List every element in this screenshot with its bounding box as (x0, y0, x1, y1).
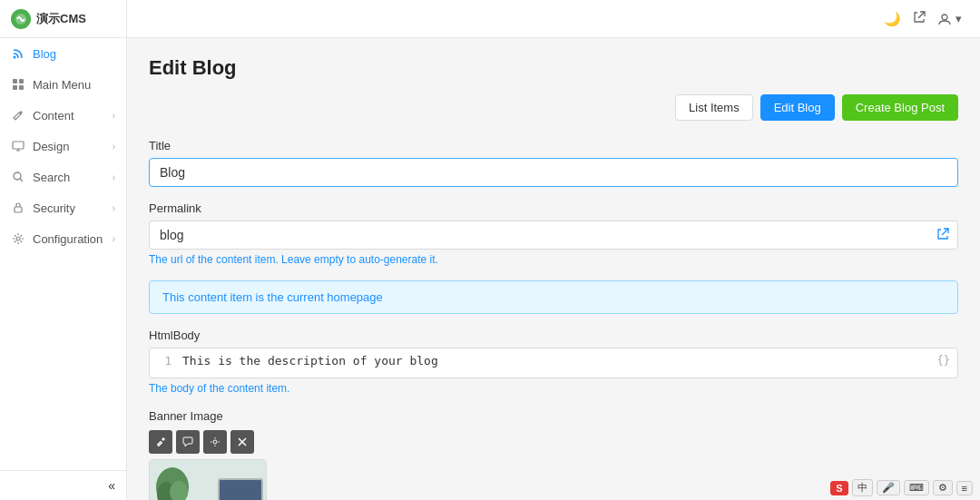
svg-rect-8 (15, 207, 22, 212)
svg-point-11 (213, 440, 217, 444)
sidebar-collapse-button[interactable]: « (0, 470, 126, 500)
banner-image-container: home-bg.jpg (149, 459, 267, 500)
image-edit-button[interactable] (149, 430, 172, 454)
sidebar-item-configuration-label: Configuration (33, 232, 103, 246)
sidebar-item-main-menu-label: Main Menu (33, 78, 91, 92)
image-comment-button[interactable] (176, 430, 200, 454)
permalink-field-group: Permalink The url of the content item. L… (149, 201, 958, 266)
grid-icon (11, 77, 25, 92)
sidebar-item-configuration[interactable]: Configuration › (0, 223, 126, 254)
line-content-1: This is the description of your blog (182, 354, 950, 368)
search-icon (11, 170, 25, 184)
ime-more-icon[interactable]: ≡ (956, 481, 973, 495)
homepage-notice: This content item is the current homepag… (149, 280, 958, 314)
banner-image-preview (150, 460, 267, 500)
sidebar-item-security[interactable]: Security › (0, 192, 126, 223)
user-chevron: ▾ (956, 12, 962, 25)
svg-rect-2 (13, 79, 17, 83)
image-settings-button[interactable] (203, 430, 227, 454)
title-input[interactable] (149, 158, 958, 187)
sidebar-item-blog-label: Blog (33, 47, 56, 61)
permalink-label: Permalink (149, 201, 958, 215)
dark-mode-icon[interactable]: 🌙 (884, 11, 901, 27)
ime-toolbar: S 中 🎤 ⌨ ⚙ ≡ (830, 479, 973, 496)
sidebar-navigation: Blog Main Menu Content (0, 38, 126, 470)
image-toolbar (149, 430, 958, 454)
content-chevron-icon: › (113, 111, 115, 121)
edit-icon (11, 108, 25, 123)
search-chevron-icon: › (113, 172, 115, 182)
code-line-1: 1 This is the description of your blog (150, 348, 957, 377)
ime-zh-label[interactable]: 中 (852, 479, 873, 496)
line-number-1: 1 (157, 354, 172, 368)
app-logo: 演示CMS (0, 0, 126, 38)
action-bar: List Items Edit Blog Create Blog Post (149, 94, 958, 121)
ime-settings-icon[interactable]: ⚙ (933, 480, 953, 495)
external-link-icon[interactable] (912, 10, 926, 27)
sidebar-item-content[interactable]: Content › (0, 100, 126, 131)
content-area: Edit Blog List Items Edit Blog Create Bl… (127, 38, 980, 500)
sidebar-item-search[interactable]: Search › (0, 162, 126, 192)
svg-rect-19 (220, 480, 261, 500)
svg-point-9 (16, 237, 20, 240)
permalink-external-icon[interactable] (936, 228, 949, 243)
monitor-icon (11, 139, 25, 153)
title-label: Title (149, 139, 958, 152)
permalink-input[interactable] (149, 221, 958, 250)
html-body-editor[interactable]: 1 This is the description of your blog {… (149, 348, 958, 378)
lock-icon (11, 201, 25, 215)
code-toggle-icon[interactable]: {} (937, 354, 950, 367)
svg-point-7 (14, 172, 21, 180)
svg-rect-6 (13, 142, 24, 149)
html-body-label: HtmlBody (149, 328, 958, 342)
sidebar-item-design-label: Design (33, 140, 69, 153)
permalink-hint: The url of the content item. Leave empty… (149, 253, 958, 266)
main-content: 🌙 ▾ Edit Blog List Items Edit (127, 0, 980, 500)
create-blog-post-button[interactable]: Create Blog Post (842, 94, 958, 121)
sidebar: 演示CMS Blog Main (0, 0, 127, 500)
topbar-icons: 🌙 ▾ (884, 10, 962, 27)
sidebar-item-search-label: Search (33, 171, 70, 184)
sidebar-item-content-label: Content (33, 109, 74, 123)
configuration-icon (11, 231, 25, 246)
svg-rect-3 (19, 79, 24, 83)
rss-icon (11, 46, 25, 61)
list-items-button[interactable]: List Items (675, 94, 753, 121)
svg-point-1 (14, 56, 16, 59)
edit-blog-button[interactable]: Edit Blog (760, 94, 835, 121)
user-menu[interactable]: ▾ (937, 12, 962, 26)
image-delete-button[interactable] (230, 430, 254, 454)
sidebar-item-security-label: Security (33, 201, 75, 215)
logo-text: 演示CMS (36, 11, 86, 27)
sidebar-item-design[interactable]: Design › (0, 131, 126, 162)
logo-icon (11, 9, 31, 29)
page-title: Edit Blog (149, 56, 958, 80)
html-body-group: HtmlBody 1 This is the description of yo… (149, 328, 958, 395)
svg-point-10 (942, 15, 947, 20)
permalink-wrapper (149, 221, 958, 250)
security-chevron-icon: › (113, 203, 115, 213)
ime-s-icon[interactable]: S (830, 481, 848, 495)
configuration-chevron-icon: › (113, 234, 115, 244)
html-body-hint: The body of the content item. (149, 382, 958, 395)
svg-rect-4 (13, 85, 17, 90)
topbar: 🌙 ▾ (127, 0, 980, 38)
svg-rect-5 (19, 85, 24, 90)
sidebar-item-blog[interactable]: Blog (0, 38, 126, 69)
design-chevron-icon: › (113, 142, 115, 152)
title-field-group: Title (149, 139, 958, 187)
banner-image-label: Banner Image (149, 409, 958, 423)
sidebar-item-main-menu[interactable]: Main Menu (0, 69, 126, 100)
ime-keyboard-icon[interactable]: ⌨ (904, 480, 929, 495)
ime-mic-icon[interactable]: 🎤 (877, 480, 900, 495)
